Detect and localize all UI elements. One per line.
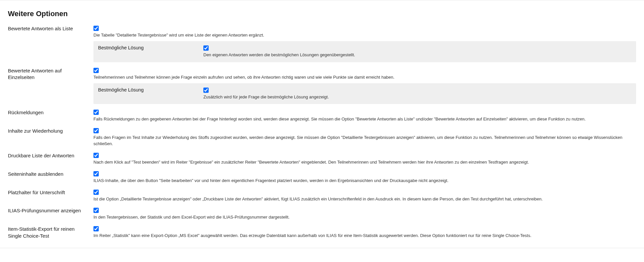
checkbox-exam-id[interactable] <box>93 208 99 213</box>
nested-option-best-solution-single: Bestmögliche Lösung Zusätzlich wird für … <box>93 83 636 104</box>
nested-option-description: Den eigenen Antworten werden die bestmög… <box>203 52 631 58</box>
nested-option-value: Zusätzlich wird für jede Frage die bestm… <box>203 87 631 100</box>
options-section: Weitere Optionen Bewertete Antworten als… <box>0 0 644 248</box>
option-value: Falls den Fragen im Test Inhalte zur Wie… <box>93 128 636 147</box>
checkbox-feedback[interactable] <box>93 110 99 115</box>
option-value: Die Tabelle "Detallierte Testergebnisse"… <box>93 25 636 62</box>
option-description: Im Reiter „Statistik" kann eine Export-O… <box>93 233 636 239</box>
option-description: Die Tabelle "Detallierte Testergebnisse"… <box>93 32 636 39</box>
option-row-printable: Druckbare Liste der Antworten Nach dem K… <box>8 152 636 166</box>
nested-option-label: Bestmögliche Lösung <box>98 45 203 50</box>
option-description: In den Testergebnissen, der Statistik un… <box>93 214 636 221</box>
option-row-scored-list: Bewertete Antworten als Liste Die Tabell… <box>8 25 636 62</box>
option-value: Nach dem Klick auf "Test beenden" wird i… <box>93 152 636 166</box>
option-description: Ist die Option „Detaillierte Testergebni… <box>93 196 636 202</box>
nested-option-best-solution-list: Bestmögliche Lösung Den eigenen Antworte… <box>93 41 636 62</box>
option-row-hide-page: Seiteninhalte ausblenden ILIAS-Inhalte, … <box>8 171 636 184</box>
nested-option-label: Bestmögliche Lösung <box>98 87 203 92</box>
option-value: Teilnehmerinnen und Teilnehmer können je… <box>93 67 636 104</box>
checkbox-hide-page[interactable] <box>93 171 99 176</box>
option-value: In den Testergebnissen, der Statistik un… <box>93 207 636 221</box>
option-value: Falls Rückmeldungen zu den gegebenen Ant… <box>93 109 636 122</box>
option-label: Inhalte zur Wiederholung <box>8 128 93 134</box>
option-description: ILIAS-Inhalte, die über den Button "Seit… <box>93 178 636 184</box>
nested-option-description: Zusätzlich wird für jede Frage die bestm… <box>203 94 631 100</box>
checkbox-scored-single[interactable] <box>93 68 99 73</box>
option-row-exam-id: ILIAS-Prüfungsnummer anzeigen In den Tes… <box>8 207 636 221</box>
option-description: Falls Rückmeldungen zu den gegebenen Ant… <box>93 116 636 122</box>
option-label: Item-Statistik-Export für reinen Single … <box>8 226 93 239</box>
nested-option-value: Den eigenen Antworten werden die bestmög… <box>203 45 631 58</box>
option-label: Bewertete Antworten auf Einzelseiten <box>8 67 93 81</box>
option-row-item-stat: Item-Statistik-Export für reinen Single … <box>8 226 636 239</box>
option-description: Teilnehmerinnen und Teilnehmer können je… <box>93 74 636 81</box>
checkbox-scored-list[interactable] <box>93 26 99 31</box>
option-value: ILIAS-Inhalte, die über den Button "Seit… <box>93 171 636 184</box>
option-row-signature: Platzhalter für Unterschrift Ist die Opt… <box>8 189 636 202</box>
option-row-feedback: Rückmeldungen Falls Rückmeldungen zu den… <box>8 109 636 122</box>
checkbox-best-solution-single[interactable] <box>203 88 209 93</box>
option-value: Im Reiter „Statistik" kann eine Export-O… <box>93 226 636 239</box>
section-title: Weitere Optionen <box>8 10 636 18</box>
option-label: Druckbare Liste der Antworten <box>8 152 93 159</box>
option-description: Falls den Fragen im Test Inhalte zur Wie… <box>93 135 636 147</box>
option-row-recap: Inhalte zur Wiederholung Falls den Frage… <box>8 128 636 147</box>
option-description: Nach dem Klick auf "Test beenden" wird i… <box>93 159 636 166</box>
option-label: Seiteninhalte ausblenden <box>8 171 93 177</box>
checkbox-signature[interactable] <box>93 190 99 195</box>
option-row-scored-single: Bewertete Antworten auf Einzelseiten Tei… <box>8 67 636 104</box>
checkbox-best-solution-list[interactable] <box>203 45 209 51</box>
checkbox-recap[interactable] <box>93 128 99 133</box>
option-label: ILIAS-Prüfungsnummer anzeigen <box>8 207 93 214</box>
option-value: Ist die Option „Detaillierte Testergebni… <box>93 189 636 202</box>
checkbox-item-stat[interactable] <box>93 226 99 231</box>
option-label: Platzhalter für Unterschrift <box>8 189 93 196</box>
option-label: Rückmeldungen <box>8 109 93 116</box>
checkbox-printable[interactable] <box>93 153 99 158</box>
option-label: Bewertete Antworten als Liste <box>8 25 93 32</box>
